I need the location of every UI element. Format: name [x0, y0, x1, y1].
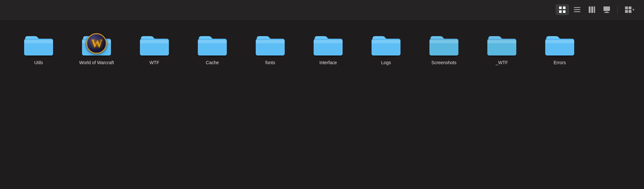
folder-item-logs[interactable]: Logs	[360, 29, 412, 68]
svg-rect-14	[629, 6, 631, 9]
toolbar-separator	[617, 5, 618, 14]
folder-label-wow: World of Warcraft	[79, 60, 114, 65]
folder-icon-utils	[23, 32, 55, 57]
svg-rect-7	[589, 6, 591, 13]
folder-icon-interface	[312, 32, 344, 57]
svg-rect-44	[372, 40, 400, 43]
folder-label-fonts: fonts	[265, 60, 275, 65]
columns-icon	[588, 6, 595, 13]
grid-icon	[559, 6, 566, 13]
svg-rect-0	[559, 6, 562, 9]
content-area: UtilsWWorld of WarcraftWTFCachefontsInte…	[0, 19, 644, 77]
folder-label-logs: Logs	[381, 60, 391, 65]
svg-rect-48	[429, 40, 458, 43]
folder-item-errors[interactable]: Errors	[534, 29, 585, 68]
svg-rect-40	[314, 40, 343, 43]
folder-item-fonts[interactable]: fonts	[244, 29, 296, 68]
svg-rect-32	[198, 40, 227, 43]
folder-item-cache[interactable]: Cache	[187, 29, 238, 68]
folder-icon-wtf	[138, 32, 170, 57]
folder-label-screenshots: Screenshots	[431, 60, 456, 65]
svg-rect-4	[574, 7, 580, 8]
folder-icon-logs	[370, 32, 402, 57]
folder-icon-wow: W	[80, 32, 113, 57]
view-gallery-button[interactable]: ▾	[621, 4, 638, 15]
nav-buttons	[6, 8, 20, 11]
folder-label-wtf: WTF	[150, 60, 159, 65]
view-icon-button[interactable]	[556, 4, 569, 15]
svg-rect-36	[256, 40, 285, 43]
folder-label-interface: Interface	[319, 60, 337, 65]
svg-rect-9	[594, 6, 595, 13]
folder-item-wow[interactable]: WWorld of Warcraft	[71, 29, 122, 68]
view-controls: ▾	[556, 4, 638, 15]
folder-item-_wtf[interactable]: _WTF	[476, 29, 528, 68]
folder-label-errors: Errors	[554, 60, 566, 65]
svg-rect-13	[625, 6, 628, 9]
svg-rect-15	[625, 10, 628, 13]
back-button[interactable]	[6, 8, 12, 11]
folder-item-utils[interactable]: Utils	[13, 29, 64, 68]
svg-rect-1	[563, 6, 566, 9]
svg-rect-20	[24, 40, 53, 43]
svg-rect-5	[574, 9, 580, 10]
folder-label-_wtf: _WTF	[496, 60, 508, 65]
preview-icon	[603, 6, 610, 13]
view-gallery-dropdown: ▾	[621, 4, 638, 15]
folder-label-utils: Utils	[34, 60, 43, 65]
svg-rect-6	[574, 11, 580, 12]
gallery-icon	[625, 6, 632, 13]
svg-rect-3	[563, 10, 566, 13]
list-icon	[574, 6, 581, 13]
view-list-button[interactable]	[570, 4, 584, 15]
forward-button[interactable]	[15, 8, 20, 11]
folder-label-cache: Cache	[206, 60, 219, 65]
toolbar: ▾	[0, 0, 644, 19]
dropdown-arrow: ▾	[632, 7, 634, 12]
svg-rect-16	[629, 10, 631, 13]
folder-item-wtf[interactable]: WTF	[129, 29, 180, 68]
svg-rect-8	[591, 6, 593, 13]
folder-item-screenshots[interactable]: Screenshots	[418, 29, 470, 68]
folder-icon-fonts	[254, 32, 286, 57]
svg-rect-52	[487, 40, 516, 43]
view-preview-button[interactable]	[600, 4, 613, 15]
folder-icon-errors	[544, 32, 576, 57]
svg-rect-28	[140, 40, 169, 43]
folder-icon-cache	[196, 32, 228, 57]
wow-badge: W	[86, 33, 107, 54]
svg-rect-10	[603, 6, 610, 11]
folder-item-interface[interactable]: Interface	[302, 29, 354, 68]
folder-icon-screenshots	[428, 32, 460, 57]
svg-rect-56	[545, 40, 574, 43]
view-columns-button[interactable]	[585, 4, 599, 15]
folder-icon-_wtf	[486, 32, 518, 57]
svg-rect-12	[604, 12, 609, 13]
svg-rect-2	[559, 10, 562, 13]
